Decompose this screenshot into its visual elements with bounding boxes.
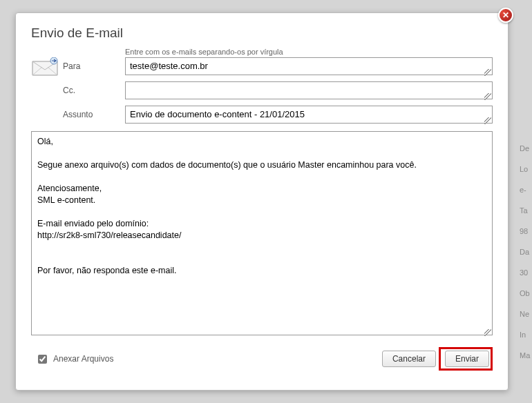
label-assunto: Assunto <box>63 106 125 119</box>
email-send-dialog: ✕ Envio de E-mail Entre com os e-mails s… <box>15 12 509 391</box>
mail-icon <box>31 57 59 77</box>
attach-files-input[interactable] <box>38 355 47 364</box>
cancel-button[interactable]: Cancelar <box>382 351 436 367</box>
dialog-title: Envio de E-mail <box>16 13 508 48</box>
cc-field[interactable] <box>125 81 493 99</box>
send-button-highlight: Enviar <box>439 347 493 371</box>
subject-field[interactable] <box>125 106 493 124</box>
background-obscured-text: De Lo e- Ta 98 Da 30 Ob Ne In Ma <box>520 138 532 380</box>
body-field[interactable] <box>31 131 493 335</box>
to-field[interactable] <box>125 57 493 75</box>
close-icon: ✕ <box>502 10 509 20</box>
label-para: Para <box>63 57 125 71</box>
send-button[interactable]: Enviar <box>445 351 489 367</box>
attach-files-label: Anexar Arquivos <box>53 354 113 364</box>
attach-files-checkbox[interactable]: Anexar Arquivos <box>35 353 113 366</box>
label-cc: Cc. <box>63 81 125 95</box>
close-button[interactable]: ✕ <box>498 8 513 23</box>
help-text: Entre com os e-mails separando-os por ví… <box>125 48 493 56</box>
